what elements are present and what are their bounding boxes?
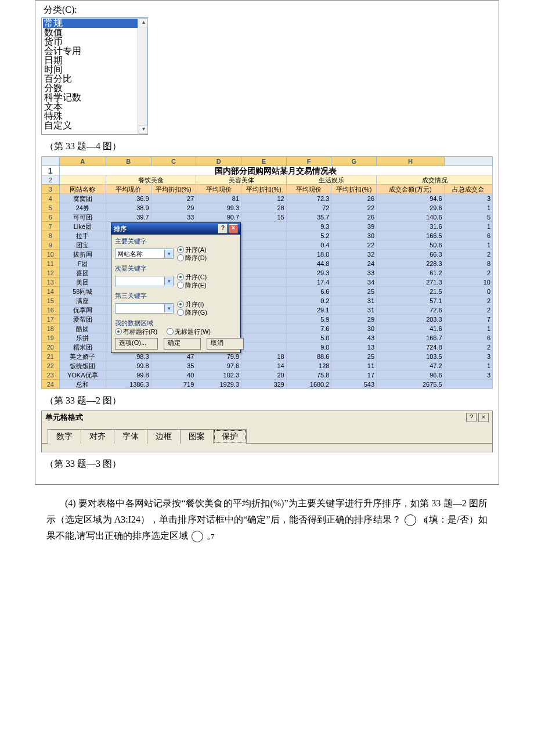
category-listbox[interactable]: 常规数值货币会计专用日期时间百分比分数科学记数文本特殊自定义 ▴ ▾ <box>41 17 148 135</box>
primary-desc-radio[interactable]: 降序(D) <box>177 254 207 262</box>
row-header[interactable]: 6 <box>42 213 60 222</box>
chevron-down-icon[interactable]: ▾ <box>164 277 173 285</box>
help-icon[interactable]: ? <box>466 413 477 422</box>
secondary-desc-radio[interactable]: 降序(E) <box>177 281 207 289</box>
row-header[interactable]: 14 <box>42 287 60 296</box>
table-row[interactable]: 18酷团897.63041.61 <box>42 324 493 333</box>
close-icon[interactable]: × <box>229 224 238 233</box>
row-header[interactable]: 16 <box>42 305 60 315</box>
category-option[interactable]: 会计专用 <box>43 46 147 56</box>
cancel-button[interactable]: 取消 <box>207 338 244 350</box>
primary-key-combo[interactable]: 网站名称 ▾ <box>115 249 174 259</box>
scroll-down-icon[interactable]: ▾ <box>139 125 148 134</box>
category-option[interactable]: 货币 <box>43 37 147 46</box>
row-header[interactable]: 21 <box>42 352 60 361</box>
table-row[interactable]: 23YOKA优享99.840102.32075.81796.63 <box>42 370 493 380</box>
help-icon[interactable]: ? <box>218 224 228 233</box>
row-header[interactable]: 15 <box>42 296 60 305</box>
row-header[interactable]: 19 <box>42 333 60 343</box>
row-header[interactable]: 18 <box>42 324 60 333</box>
has-header-radio[interactable]: 有标题行(R) <box>115 327 157 336</box>
scroll-up-icon[interactable]: ▴ <box>139 18 148 27</box>
category-option[interactable]: 科学记数 <box>43 93 147 102</box>
col-header[interactable]: A <box>59 157 106 166</box>
tab-3[interactable]: 边框 <box>147 429 181 444</box>
row-header[interactable]: 10 <box>42 250 60 259</box>
row-header[interactable]: 23 <box>42 370 60 380</box>
tab-1[interactable]: 对齐 <box>81 429 114 444</box>
corner-cell[interactable] <box>42 157 60 166</box>
row-header[interactable]: 11 <box>42 259 60 268</box>
table-row[interactable]: 12喜团60.329.33361.22 <box>42 268 493 278</box>
category-option[interactable]: 分数 <box>43 84 147 93</box>
col-header[interactable]: G <box>331 157 377 166</box>
listbox-scrollbar[interactable]: ▴ ▾ <box>138 18 147 134</box>
primary-asc-radio[interactable]: 升序(A) <box>177 246 207 254</box>
category-option[interactable]: 百分比 <box>43 74 147 84</box>
table-row[interactable]: 16优享网84.729.13172.62 <box>42 305 493 315</box>
close-icon[interactable]: × <box>478 413 489 422</box>
tab-2[interactable]: 字体 <box>114 429 147 444</box>
chevron-down-icon[interactable]: ▾ <box>164 250 173 258</box>
category-option[interactable]: 日期 <box>43 56 147 65</box>
third-desc-radio[interactable]: 降序(G) <box>177 308 207 316</box>
category-option[interactable]: 时间 <box>43 65 147 74</box>
table-row[interactable]: 6可可团39.73390.71535.726140.65 <box>42 213 493 222</box>
chevron-down-icon[interactable]: ▾ <box>164 304 173 312</box>
table-row[interactable]: 8拉手47.15.230166.56 <box>42 231 493 240</box>
tab-0[interactable]: 数字 <box>48 429 81 444</box>
table-row[interactable]: 11F团59.444.824228.38 <box>42 259 493 268</box>
row-header[interactable]: 4 <box>42 194 60 203</box>
table-row[interactable]: 1458同城666.62521.50 <box>42 287 493 296</box>
secondary-key-combo[interactable]: ▾ <box>115 276 174 286</box>
row-header[interactable]: 1 <box>42 166 60 175</box>
category-option[interactable]: 常规 <box>43 19 147 28</box>
table-row[interactable]: 4窝窝团36.927811272.32694.63 <box>42 194 493 203</box>
table-row[interactable]: 7Like团44.19.33931.61 <box>42 222 493 231</box>
table-row[interactable]: 15满座78.20.23157.12 <box>42 296 493 305</box>
third-asc-radio[interactable]: 升序(I) <box>177 300 207 308</box>
category-option[interactable]: 数值 <box>43 28 147 37</box>
row-header[interactable]: 2 <box>42 175 60 185</box>
row-header[interactable]: 17 <box>42 315 60 324</box>
row-header[interactable]: 3 <box>42 185 60 194</box>
row-header[interactable]: 20 <box>42 343 60 352</box>
table-row[interactable]: 9团宝47.70.42250.61 <box>42 240 493 250</box>
row-header[interactable]: 9 <box>42 240 60 250</box>
row-header[interactable]: 12 <box>42 268 60 278</box>
col-header[interactable]: F <box>286 157 331 166</box>
col-header[interactable]: B <box>106 157 151 166</box>
table-row[interactable]: 21美之娇子98.34779.91888.625103.53 <box>42 352 493 361</box>
sort-dialog-titlebar[interactable]: 排序 ? × <box>111 223 240 235</box>
category-option[interactable]: 自定义 <box>43 121 147 130</box>
row-header[interactable]: 24 <box>42 380 60 389</box>
tab-5[interactable]: 保护 <box>213 429 247 444</box>
ok-button[interactable]: 确定 <box>164 338 201 350</box>
row-header[interactable]: 13 <box>42 278 60 287</box>
col-header[interactable]: E <box>241 157 287 166</box>
table-row[interactable]: 19乐拼93.35.043166.76 <box>42 333 493 343</box>
table-row[interactable]: 10拔折网59.418.03266.32 <box>42 250 493 259</box>
table-row[interactable]: 20糯米团989.013724.82 <box>42 343 493 352</box>
tab-4[interactable]: 图案 <box>180 429 214 444</box>
table-row[interactable]: 524券38.92999.328722229.61 <box>42 203 493 213</box>
table-row[interactable]: 24总和1386.37191929.33291680.25432675.5 <box>42 380 493 389</box>
col-header[interactable] <box>444 157 492 166</box>
row-header[interactable]: 5 <box>42 203 60 213</box>
col-header[interactable]: D <box>196 157 241 166</box>
third-key-combo[interactable]: ▾ <box>115 303 174 314</box>
category-option[interactable]: 特殊 <box>43 111 147 121</box>
col-header[interactable]: H <box>377 157 445 166</box>
category-option[interactable]: 文本 <box>43 102 147 111</box>
table-row[interactable]: 22饭统饭团99.83597.6141281147.21 <box>42 361 493 370</box>
row-header[interactable]: 22 <box>42 361 60 370</box>
no-header-radio[interactable]: 无标题行(W) <box>167 327 211 336</box>
options-button[interactable]: 选项(O)... <box>115 338 158 350</box>
col-header[interactable]: C <box>151 157 196 166</box>
row-header[interactable]: 7 <box>42 222 60 231</box>
table-row[interactable]: 17爱帮团85.15.929203.37 <box>42 315 493 324</box>
table-row[interactable]: 13美团60.617.434271.310 <box>42 278 493 287</box>
spreadsheet[interactable]: ABCDEFGH 1国内部分团购网站某月交易情况表2餐饮美食美容美体生活娱乐成交… <box>41 156 493 389</box>
row-header[interactable]: 8 <box>42 231 60 240</box>
secondary-asc-radio[interactable]: 升序(C) <box>177 273 207 281</box>
